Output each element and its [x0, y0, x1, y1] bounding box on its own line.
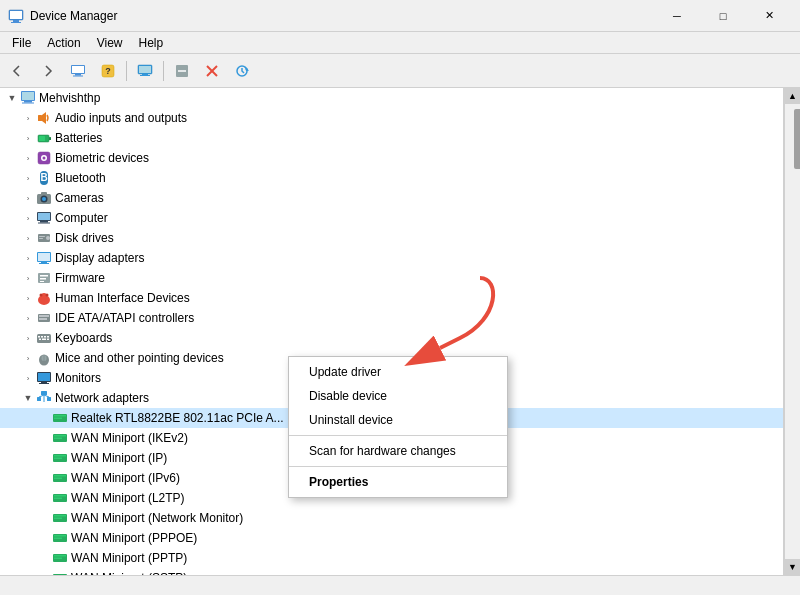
tree-batteries[interactable]: › Batteries	[0, 128, 783, 148]
main-content: ▼ Mehvishthp › Audio inpu	[0, 88, 800, 575]
toolbar-monitor[interactable]	[131, 58, 159, 84]
scroll-thumb[interactable]	[794, 109, 801, 169]
svg-rect-90	[54, 458, 62, 460]
tree-wan-nm[interactable]: WAN Miniport (Network Monitor)	[0, 508, 783, 528]
scrollbar[interactable]: ▲ ▼	[784, 88, 800, 575]
network-icon	[36, 390, 52, 406]
tree-computer[interactable]: › Computer	[0, 208, 783, 228]
svg-rect-65	[47, 336, 49, 338]
svg-rect-3	[10, 11, 22, 19]
toolbar-remove[interactable]	[198, 58, 226, 84]
scroll-up[interactable]: ▲	[785, 88, 801, 104]
svg-text:B: B	[40, 172, 47, 183]
tree-wan-pppoe[interactable]: WAN Miniport (PPPOE)	[0, 528, 783, 548]
tree-audio[interactable]: › Audio inputs and outputs	[0, 108, 783, 128]
tree-cameras[interactable]: › Cameras	[0, 188, 783, 208]
expand-keyboards-icon[interactable]: ›	[20, 328, 36, 348]
svg-rect-83	[54, 415, 66, 417]
svg-rect-75	[39, 383, 49, 384]
expand-bluetooth-icon[interactable]: ›	[20, 168, 36, 188]
svg-rect-52	[40, 278, 46, 280]
network-label: Network adapters	[55, 391, 149, 405]
audio-label: Audio inputs and outputs	[55, 111, 187, 125]
svg-rect-13	[140, 75, 150, 76]
tree-disk[interactable]: › Disk drives	[0, 228, 783, 248]
disk-icon	[36, 230, 52, 246]
display-label: Display adapters	[55, 251, 144, 265]
expand-hid-icon[interactable]: ›	[20, 288, 36, 308]
expand-disk-icon[interactable]: ›	[20, 228, 36, 248]
tree-display[interactable]: › Display adapters	[0, 248, 783, 268]
svg-rect-22	[24, 101, 32, 103]
expand-icon[interactable]: ▼	[4, 88, 20, 108]
tree-wan-pptp[interactable]: WAN Miniport (PPTP)	[0, 548, 783, 568]
firmware-icon	[36, 270, 52, 286]
tree-keyboards[interactable]: › Keyboards	[0, 328, 783, 348]
expand-batteries-icon[interactable]: ›	[20, 128, 36, 148]
tree-ide[interactable]: › IDE ATA/ATAPI controllers	[0, 308, 783, 328]
svg-rect-87	[54, 438, 62, 440]
toolbar-update[interactable]	[228, 58, 256, 84]
wan5-label: WAN Miniport (Network Monitor)	[71, 511, 243, 525]
menu-help[interactable]: Help	[131, 34, 172, 52]
toolbar-forward[interactable]	[34, 58, 62, 84]
context-scan-hardware[interactable]: Scan for hardware changes	[289, 439, 507, 463]
expand-computer-icon[interactable]: ›	[20, 208, 36, 228]
context-uninstall-device[interactable]: Uninstall device	[289, 408, 507, 432]
toolbar-back[interactable]	[4, 58, 32, 84]
expand-audio-icon[interactable]: ›	[20, 108, 36, 128]
svg-rect-76	[41, 391, 47, 395]
svg-rect-39	[38, 213, 50, 220]
expand-firmware-icon[interactable]: ›	[20, 268, 36, 288]
minimize-button[interactable]: ─	[654, 0, 700, 32]
expand-wan8-icon	[36, 568, 52, 575]
context-update-driver[interactable]: Update driver	[289, 360, 507, 384]
expand-network-icon[interactable]: ▼	[20, 388, 36, 408]
wan2-icon	[52, 450, 68, 466]
menu-bar: File Action View Help	[0, 32, 800, 54]
wan4-icon	[52, 490, 68, 506]
expand-mice-icon[interactable]: ›	[20, 348, 36, 368]
wan4-label: WAN Miniport (L2TP)	[71, 491, 185, 505]
app-icon	[8, 8, 24, 24]
firmware-label: Firmware	[55, 271, 105, 285]
expand-display-icon[interactable]: ›	[20, 248, 36, 268]
menu-action[interactable]: Action	[39, 34, 88, 52]
tree-hid[interactable]: › Human Interface Devices	[0, 288, 783, 308]
tree-bluetooth[interactable]: › B Bluetooth	[0, 168, 783, 188]
menu-view[interactable]: View	[89, 34, 131, 52]
batteries-label: Batteries	[55, 131, 102, 145]
device-tree[interactable]: ▼ Mehvishthp › Audio inpu	[0, 88, 784, 575]
context-properties[interactable]: Properties	[289, 470, 507, 494]
svg-rect-64	[44, 336, 46, 338]
expand-cameras-icon[interactable]: ›	[20, 188, 36, 208]
tree-root[interactable]: ▼ Mehvishthp	[0, 88, 783, 108]
tree-wan-sstp[interactable]: WAN Miniport (SSTP)	[0, 568, 783, 575]
menu-file[interactable]: File	[4, 34, 39, 52]
expand-ide-icon[interactable]: ›	[20, 308, 36, 328]
scroll-down[interactable]: ▼	[785, 559, 801, 575]
svg-rect-93	[54, 478, 62, 480]
svg-rect-101	[54, 535, 66, 537]
svg-rect-7	[73, 75, 83, 76]
expand-wan3-icon	[36, 468, 52, 488]
toolbar-help[interactable]: ?	[94, 58, 122, 84]
svg-rect-77	[37, 397, 41, 401]
wan1-label: WAN Miniport (IKEv2)	[71, 431, 188, 445]
wan6-label: WAN Miniport (PPPOE)	[71, 531, 197, 545]
tree-biometric[interactable]: › Biometric devices	[0, 148, 783, 168]
tree-firmware[interactable]: › Firmware	[0, 268, 783, 288]
close-button[interactable]: ✕	[746, 0, 792, 32]
svg-rect-86	[54, 435, 66, 437]
window-controls: ─ □ ✕	[654, 0, 792, 32]
expand-biometric-icon[interactable]: ›	[20, 148, 36, 168]
toolbar-computer[interactable]	[64, 58, 92, 84]
expand-monitors-icon[interactable]: ›	[20, 368, 36, 388]
context-disable-device[interactable]: Disable device	[289, 384, 507, 408]
svg-rect-105	[54, 558, 62, 560]
wan3-label: WAN Miniport (IPv6)	[71, 471, 180, 485]
toolbar-unknown1[interactable]	[168, 58, 196, 84]
svg-line-79	[39, 395, 44, 397]
maximize-button[interactable]: □	[700, 0, 746, 32]
ide-label: IDE ATA/ATAPI controllers	[55, 311, 194, 325]
